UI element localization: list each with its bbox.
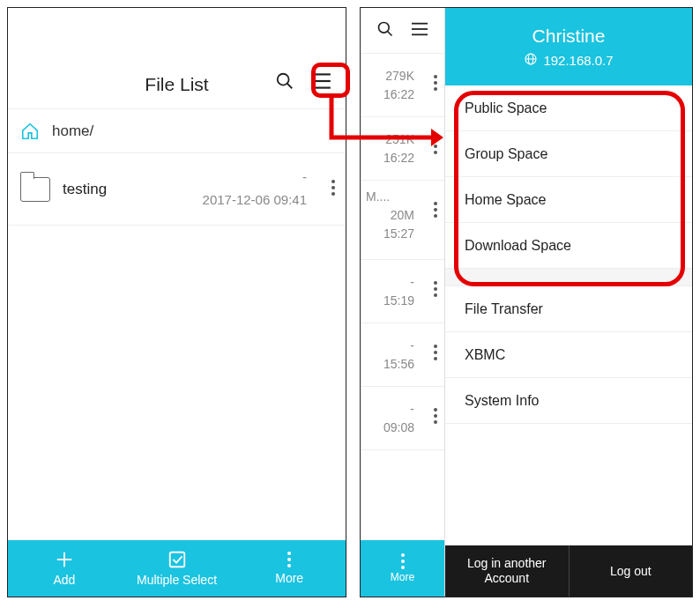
menu-label: Home Space	[465, 192, 547, 208]
strip-row: - 15:19	[361, 260, 444, 323]
strip-time: 15:19	[384, 293, 414, 308]
item-more-icon[interactable]	[331, 180, 335, 196]
svg-point-0	[278, 74, 289, 85]
switch-account-button[interactable]: Log in another Account	[445, 545, 570, 597]
more-label: More	[275, 571, 303, 585]
folder-icon	[20, 177, 50, 202]
logout-label: Log out	[610, 564, 652, 579]
menu-label: System Info	[465, 393, 539, 409]
hamburger-menu-icon[interactable]	[309, 71, 332, 91]
menu-label: Public Space	[465, 100, 547, 116]
switch-account-label: Log in another Account	[458, 556, 555, 586]
strip-more-label: More	[391, 571, 414, 583]
strip-row: 279K 16:22	[361, 54, 444, 117]
menu-system-info[interactable]: System Info	[445, 378, 692, 424]
strip-size: 251K	[385, 132, 414, 146]
drawer-footer: Log in another Account Log out	[445, 545, 692, 597]
multiple-select-label: Multiple Select	[137, 573, 217, 587]
item-more-icon[interactable]	[434, 345, 437, 360]
menu-label: XBMC	[465, 347, 505, 363]
file-size: -	[302, 169, 307, 184]
more-button[interactable]: More	[233, 540, 346, 597]
search-icon[interactable]	[376, 20, 394, 41]
multiple-select-button[interactable]: Multiple Select	[121, 540, 234, 597]
menu-group-space[interactable]: Group Space	[445, 131, 692, 177]
drawer-separator	[445, 269, 692, 286]
strip-size: 20M	[391, 208, 414, 222]
menu-home-space[interactable]: Home Space	[445, 177, 692, 223]
breadcrumb-path: home/	[52, 122, 93, 140]
strip-time: 15:27	[384, 226, 414, 241]
strip-name: M....	[366, 189, 390, 204]
menu-file-transfer[interactable]: File Transfer	[445, 286, 692, 332]
item-more-icon[interactable]	[434, 138, 437, 154]
file-date: 2017-12-06 09:41	[203, 192, 307, 207]
page-title: File List	[8, 74, 346, 95]
logout-button[interactable]: Log out	[570, 545, 693, 597]
menu-label: File Transfer	[465, 301, 543, 317]
menu-xbmc[interactable]: XBMC	[445, 332, 692, 378]
svg-line-9	[387, 31, 391, 35]
strip-size: -	[410, 402, 414, 416]
item-more-icon[interactable]	[434, 202, 437, 218]
strip-row: 251K 16:22	[361, 117, 444, 181]
svg-point-8	[378, 22, 389, 33]
svg-line-1	[287, 84, 293, 89]
breadcrumb[interactable]: home/	[8, 109, 346, 153]
strip-bottom-more[interactable]: More	[361, 540, 444, 597]
drawer-header: Christine 192.168.0.7	[445, 8, 692, 85]
add-button[interactable]: Add	[8, 540, 121, 597]
strip-time: 16:22	[384, 151, 414, 165]
item-more-icon[interactable]	[434, 408, 437, 424]
strip-size: 279K	[385, 69, 414, 83]
menu-public-space[interactable]: Public Space	[445, 85, 692, 131]
strip-time: 09:08	[384, 420, 414, 434]
item-more-icon[interactable]	[434, 281, 437, 297]
header: File List	[8, 8, 346, 109]
strip-time: 15:56	[384, 357, 414, 371]
strip-size: -	[410, 338, 414, 352]
drawer-username: Christine	[532, 26, 606, 47]
file-item[interactable]: testing - 2017-12-06 09:41	[8, 153, 346, 226]
home-icon	[20, 122, 40, 141]
phone-file-list: File List home/ testing - 2017-12-06 09:…	[7, 7, 346, 597]
strip-header	[361, 8, 444, 54]
add-label: Add	[53, 573, 75, 587]
menu-label: Group Space	[465, 146, 547, 162]
menu-download-space[interactable]: Download Space	[445, 223, 692, 269]
phone-drawer-open: 279K 16:22 251K 16:22 M.... 20M 15:27 - …	[360, 7, 693, 597]
menu-label: Download Space	[465, 238, 571, 254]
globe-icon	[524, 52, 538, 69]
strip-time: 16:22	[384, 87, 414, 101]
bottom-toolbar: Add Multiple Select More	[8, 540, 346, 597]
strip-row: - 09:08	[361, 387, 444, 450]
svg-rect-7	[169, 552, 184, 567]
side-drawer: Christine 192.168.0.7 Public Space Group…	[444, 8, 692, 597]
drawer-ip: 192.168.0.7	[543, 53, 613, 68]
background-file-list: 279K 16:22 251K 16:22 M.... 20M 15:27 - …	[361, 8, 444, 597]
strip-size: -	[410, 275, 414, 289]
strip-row: - 15:56	[361, 323, 444, 387]
search-icon[interactable]	[275, 71, 294, 91]
hamburger-menu-icon[interactable]	[410, 21, 429, 41]
drawer-ip-row: 192.168.0.7	[524, 52, 613, 69]
item-more-icon[interactable]	[434, 75, 437, 91]
strip-row: M.... 20M 15:27	[361, 181, 444, 260]
